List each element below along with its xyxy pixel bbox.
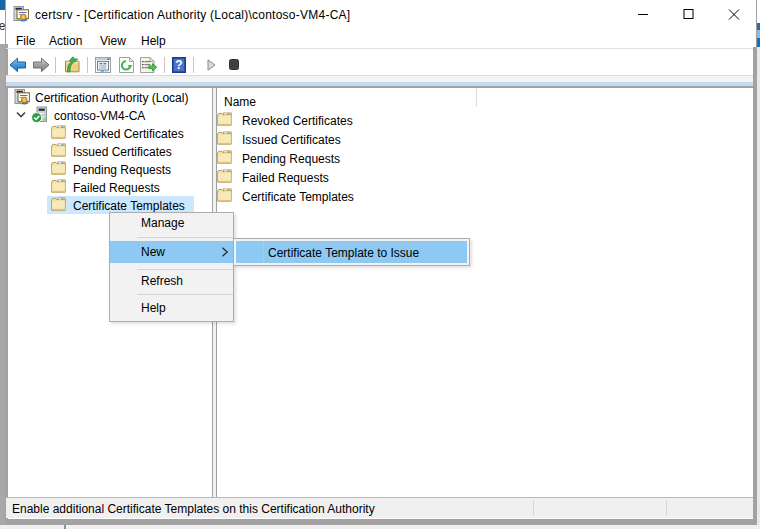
svg-text:?: ? <box>175 58 182 72</box>
